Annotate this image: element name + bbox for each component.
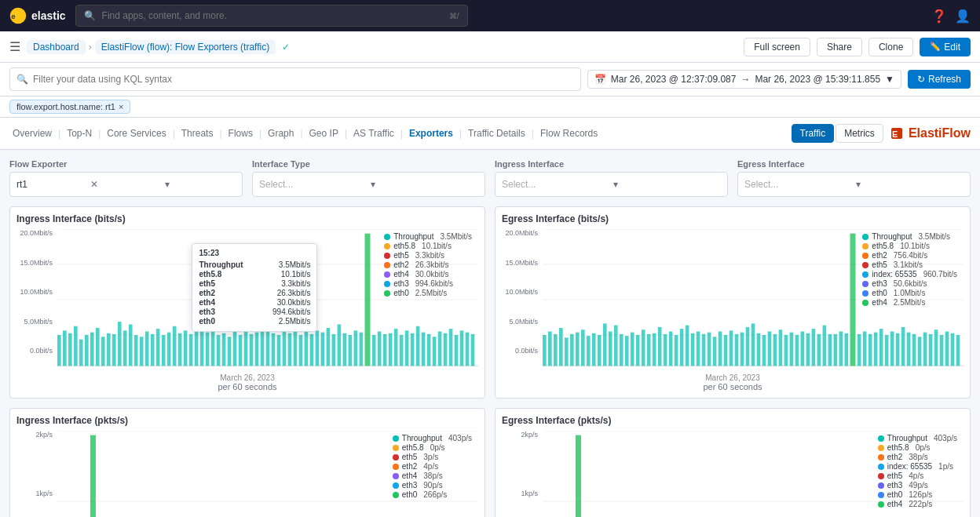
svg-rect-12	[74, 326, 78, 366]
filter-tag-label: flow.export.host.name: rt1	[16, 102, 115, 111]
charts-grid: Ingress Interface (bits/s) 20.0Mbit/s 15…	[9, 206, 971, 517]
refresh-icon: ↻	[917, 74, 925, 85]
kql-filter-search[interactable]: 🔍	[9, 67, 581, 91]
egress-interface-select[interactable]: Select... ▾	[737, 172, 971, 197]
share-button[interactable]: Share	[817, 38, 862, 56]
svg-rect-29	[167, 333, 171, 366]
svg-rect-19	[112, 334, 116, 366]
filter-tag-exporter[interactable]: flow.export.host.name: rt1 ×	[9, 100, 130, 114]
svg-text:15:15: 15:15	[890, 370, 907, 370]
ingress-interface-select[interactable]: Select... ▾	[495, 172, 728, 197]
svg-rect-148	[795, 335, 799, 366]
tooltip-eth0-label: eth0	[199, 317, 215, 326]
interface-type-chevron-icon: ▾	[371, 179, 479, 190]
egress-interface-filter: Egress Interface Select... ▾	[737, 159, 971, 197]
flow-exporter-select[interactable]: rt1 ✕ ▾	[9, 172, 243, 197]
secondary-navigation-bar: ☰ Dashboard › ElastiFlow (flow): Flow Ex…	[0, 31, 980, 63]
edit-button[interactable]: ✏️ Edit	[920, 38, 971, 56]
elastic-logo[interactable]: e elastic	[9, 7, 66, 24]
svg-text:13:00: 13:00	[92, 370, 108, 370]
tooltip-eth3-value: 994.6kbit/s	[272, 308, 310, 316]
egress-bits-chart-area: 20.0Mbit/s 15.0Mbit/s 10.0Mbit/s 5.0Mbit…	[502, 229, 964, 370]
egress-interface-placeholder: Select...	[744, 179, 853, 190]
egress-pkts-y-axis: 2kp/s 1kp/s 0p/s	[502, 431, 541, 517]
legend-eth0-dot	[384, 290, 390, 297]
time-range-picker[interactable]: 📅 Mar 26, 2023 @ 12:37:09.087 → Mar 26, …	[587, 70, 901, 89]
breadcrumb-current[interactable]: ElastiFlow (flow): Flow Exporters (traff…	[95, 40, 276, 54]
svg-rect-46	[261, 326, 265, 366]
svg-rect-147	[790, 333, 794, 366]
svg-rect-120	[642, 329, 645, 366]
flow-exporter-label: Flow Exporter	[9, 159, 243, 169]
svg-rect-106	[565, 337, 569, 366]
flow-exporter-clear-icon[interactable]: ✕	[90, 179, 161, 190]
svg-rect-149	[801, 332, 805, 366]
clone-button[interactable]: Clone	[868, 38, 913, 56]
subnav-exporters[interactable]: Exporters	[406, 126, 456, 140]
svg-rect-108	[576, 333, 580, 366]
svg-rect-159	[858, 334, 861, 366]
tooltip-throughput-label: Throughput	[199, 260, 243, 269]
svg-rect-43	[244, 329, 248, 366]
global-search-input[interactable]	[102, 10, 443, 21]
subnav-core-services[interactable]: Core Services	[104, 126, 169, 140]
svg-rect-173	[934, 329, 938, 366]
svg-rect-138	[740, 333, 744, 366]
svg-text:13:45: 13:45	[682, 370, 698, 370]
subnav-overview[interactable]: Overview	[9, 126, 55, 140]
subnav-flow-records[interactable]: Flow Records	[537, 126, 601, 140]
flow-exporter-filter: Flow Exporter rt1 ✕ ▾	[9, 159, 243, 197]
svg-rect-145	[779, 329, 783, 366]
subnav-as-traffic[interactable]: AS Traffic	[350, 126, 397, 140]
refresh-button[interactable]: ↻ Refresh	[908, 70, 971, 89]
svg-rect-165	[890, 332, 894, 366]
svg-rect-55	[310, 334, 314, 366]
refresh-button-label: Refresh	[928, 74, 961, 85]
ingress-interface-chevron-icon: ▾	[613, 179, 722, 190]
egress-pkts-chart-area: 2kp/s 1kp/s 0p/s	[502, 431, 964, 517]
top-navigation-bar: e elastic 🔍 ⌘/ ❓ 👤	[0, 0, 980, 31]
svg-text:13:30: 13:30	[647, 370, 664, 370]
svg-rect-172	[929, 334, 933, 366]
egress-pkts-panel: Egress Interface (pkts/s) 2kp/s 1kp/s 0p…	[495, 408, 971, 517]
svg-rect-38	[217, 335, 221, 366]
fullscreen-button[interactable]: Full screen	[744, 38, 810, 56]
legend-throughput-dot	[384, 234, 390, 240]
svg-text:12:45: 12:45	[57, 370, 74, 370]
subnav-geo-ip[interactable]: Geo IP	[306, 126, 342, 140]
svg-text:14:45: 14:45	[335, 370, 352, 370]
svg-rect-21	[123, 330, 127, 366]
user-icon[interactable]: 👤	[955, 9, 971, 24]
metrics-button[interactable]: Metrics	[836, 124, 883, 143]
legend-eth2-dot	[384, 262, 390, 268]
tooltip-eth58-value: 10.1bit/s	[281, 270, 311, 279]
subnav-flows[interactable]: Flows	[225, 126, 256, 140]
hamburger-menu[interactable]: ☰	[9, 39, 20, 54]
svg-rect-75	[422, 333, 426, 366]
svg-rect-167	[901, 327, 905, 366]
traffic-button[interactable]: Traffic	[792, 124, 835, 143]
svg-rect-174	[940, 335, 944, 366]
ingress-bits-x-label: March 26, 2023	[16, 373, 478, 382]
egress-pkts-legend: Throughput403p/s eth5.80p/s eth238p/s in…	[878, 434, 957, 509]
svg-rect-291	[576, 435, 581, 517]
subnav-graph[interactable]: Graph	[265, 126, 297, 140]
svg-rect-77	[433, 337, 437, 366]
interface-type-select[interactable]: Select... ▾	[252, 172, 485, 197]
subnav-topn[interactable]: Top-N	[64, 126, 95, 140]
main-content: Flow Exporter rt1 ✕ ▾ Interface Type Sel…	[0, 150, 980, 517]
filter-tag-remove[interactable]: ×	[119, 102, 123, 111]
svg-rect-64	[360, 333, 364, 366]
kql-filter-input[interactable]	[33, 74, 574, 85]
svg-rect-36	[206, 333, 210, 366]
subnav-threats[interactable]: Threats	[178, 126, 217, 140]
legend-eth4-label: eth4	[393, 270, 408, 279]
tooltip-eth3-label: eth3	[199, 308, 215, 316]
egress-pkts-title: Egress Interface (pkts/s)	[502, 415, 964, 426]
help-icon[interactable]: ❓	[931, 9, 947, 24]
global-search-bar[interactable]: 🔍 ⌘/	[75, 5, 468, 27]
breadcrumb-dashboard[interactable]: Dashboard	[27, 40, 86, 54]
svg-rect-137	[735, 334, 739, 366]
svg-text:15:00: 15:00	[856, 370, 872, 370]
subnav-traffic-details[interactable]: Traffic Details	[465, 126, 528, 140]
